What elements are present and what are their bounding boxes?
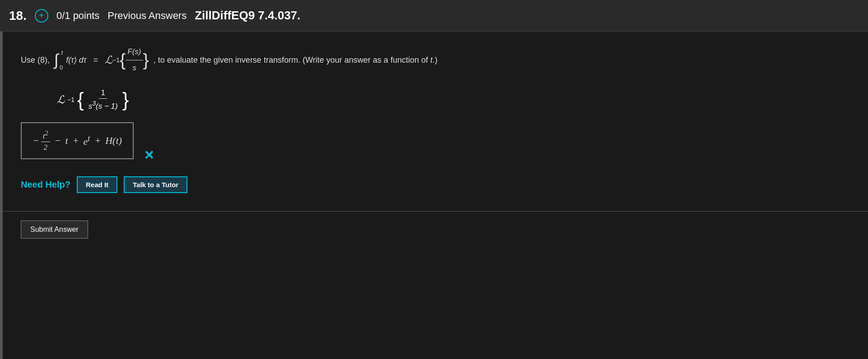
equals-sign: =	[91, 53, 101, 67]
t2-over-2: t2 2	[41, 129, 50, 152]
close-curly-formula: }	[122, 92, 129, 107]
t2-top: t2	[41, 129, 50, 142]
read-it-button[interactable]: Read It	[77, 176, 117, 193]
use-label: Use (8),	[21, 53, 50, 67]
e-t: et	[84, 134, 90, 147]
open-curly-formula: {	[77, 92, 84, 107]
add-button[interactable]: +	[35, 9, 48, 23]
frac-top: F(s)	[126, 45, 143, 60]
frac-bottom: s	[131, 60, 138, 75]
incorrect-icon: ✕	[144, 148, 154, 163]
open-curly: {	[120, 53, 126, 67]
plus-icon: +	[39, 10, 44, 21]
instruction-suffix: , to evaluate the given inverse transfor…	[154, 53, 438, 67]
problem-id: ZillDiffEQ9 7.4.037.	[195, 9, 300, 23]
question-number: 18.	[9, 9, 27, 23]
submit-answer-button[interactable]: Submit Answer	[21, 221, 88, 239]
content-area: Use (8), ∫ t 0 f(τ) dτ = ℒ −1 { F(s) s	[0, 32, 868, 359]
inv-exp-formula: −1	[67, 96, 75, 103]
problem-instructions: Use (8), ∫ t 0 f(τ) dτ = ℒ −1 { F(s) s	[21, 45, 850, 75]
integral-upper: t	[61, 47, 63, 58]
talk-to-tutor-button[interactable]: Talk to a Tutor	[124, 176, 187, 193]
need-help-label: Need Help?	[21, 180, 70, 190]
close-curly: }	[143, 53, 149, 67]
need-help-section: Need Help? Read It Talk to a Tutor	[21, 176, 850, 193]
laplace-rhs: ℒ −1 { F(s) s }	[105, 45, 149, 75]
t2-bottom: 2	[42, 142, 50, 152]
previous-answers-label: Previous Answers	[107, 10, 187, 22]
header-bar: 18. + 0/1 points Previous Answers ZillDi…	[0, 0, 868, 32]
fs-over-s: F(s) s	[126, 45, 143, 75]
minus-t: t	[65, 135, 68, 147]
submit-section: Submit Answer	[3, 211, 868, 239]
answer-box: − t2 2 − t + et + H(t)	[21, 122, 134, 159]
integral-expression: ∫ t 0 f(τ) dτ	[54, 47, 87, 73]
integral-body: f(τ) dτ	[64, 53, 86, 67]
main-content: Use (8), ∫ t 0 f(τ) dτ = ℒ −1 { F(s) s	[3, 32, 868, 359]
formula-frac-top: 1	[99, 88, 107, 99]
integral-lower: 0	[60, 62, 63, 73]
problem-formula: ℒ −1 { 1 s3(s − 1) }	[21, 88, 850, 111]
H-t: H(t)	[105, 135, 122, 147]
laplace-L: ℒ	[105, 51, 112, 70]
inverse-exp: −1	[112, 55, 120, 66]
answer-math: − t2 2 − t + et + H(t)	[33, 129, 122, 152]
points-display: 0/1 points	[56, 10, 99, 22]
laplace-L-formula: ℒ	[57, 93, 65, 106]
integral-sign: ∫	[54, 52, 59, 68]
formula-fraction: 1 s3(s − 1)	[87, 88, 120, 111]
formula-frac-bottom: s3(s − 1)	[87, 99, 120, 111]
answer-row: − t2 2 − t + et + H(t) ✕	[21, 122, 850, 163]
